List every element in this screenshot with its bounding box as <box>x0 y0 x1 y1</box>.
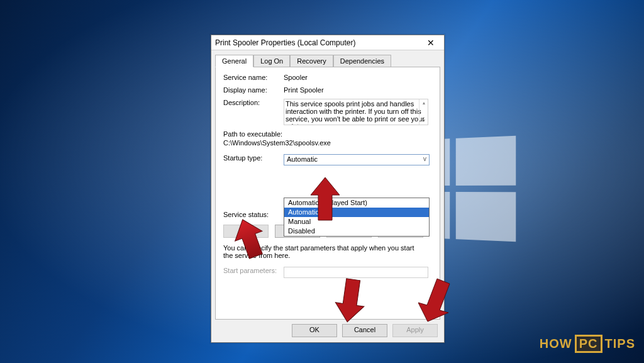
start-params-input[interactable] <box>284 267 428 278</box>
label-description: Description: <box>223 99 284 125</box>
label-service-status: Service status: <box>223 211 284 218</box>
label-display-name: Display name: <box>223 86 284 94</box>
label-service-name: Service name: <box>223 74 284 81</box>
start-params-hint: You can specify the start parameters tha… <box>223 244 425 259</box>
option-automatic[interactable]: Automatic <box>284 208 429 217</box>
scrollbar[interactable]: ▴ ▾ <box>419 99 428 125</box>
close-icon[interactable]: ✕ <box>421 38 440 48</box>
startup-type-selected: Automatic <box>287 155 318 163</box>
tab-dependencies[interactable]: Dependencies <box>333 55 391 67</box>
option-manual[interactable]: Manual <box>284 217 429 226</box>
apply-button[interactable]: Apply <box>392 324 438 337</box>
ok-button[interactable]: OK <box>292 324 337 337</box>
tab-general[interactable]: General <box>215 55 253 67</box>
option-disabled[interactable]: Disabled <box>284 226 429 236</box>
dialog-buttons: OK Cancel Apply <box>292 324 438 337</box>
startup-type-dropdown[interactable]: Automatic (Delayed Start) Automatic Manu… <box>284 198 430 237</box>
cancel-button[interactable]: Cancel <box>342 324 387 337</box>
properties-dialog: Print Spooler Properties (Local Computer… <box>211 35 445 343</box>
titlebar[interactable]: Print Spooler Properties (Local Computer… <box>211 35 444 50</box>
tab-logon[interactable]: Log On <box>253 55 290 67</box>
value-display-name: Print Spooler <box>284 86 432 94</box>
startup-type-combo[interactable]: Automatic <box>284 154 430 165</box>
value-description: This service spools print jobs and handl… <box>286 100 425 125</box>
window-title: Print Spooler Properties (Local Computer… <box>215 38 421 47</box>
scroll-up-icon[interactable]: ▴ <box>419 99 428 107</box>
watermark: HOW PC TIPS <box>540 335 635 353</box>
label-path: Path to executable: <box>223 130 432 138</box>
scroll-down-icon[interactable]: ▾ <box>419 117 428 125</box>
description-textbox[interactable]: This service spools print jobs and handl… <box>284 99 428 125</box>
label-start-params: Start parameters: <box>223 267 284 278</box>
value-path: C:\Windows\System32\spoolsv.exe <box>223 139 432 147</box>
tab-recovery[interactable]: Recovery <box>290 55 333 67</box>
tab-strip: General Log On Recovery Dependencies <box>211 50 444 67</box>
tab-panel-general: Service name: Spooler Display name: Prin… <box>215 67 440 320</box>
value-service-name: Spooler <box>284 74 432 81</box>
start-button[interactable]: Start <box>223 225 269 238</box>
label-startup-type: Startup type: <box>223 154 284 165</box>
option-automatic-delayed[interactable]: Automatic (Delayed Start) <box>284 198 429 208</box>
